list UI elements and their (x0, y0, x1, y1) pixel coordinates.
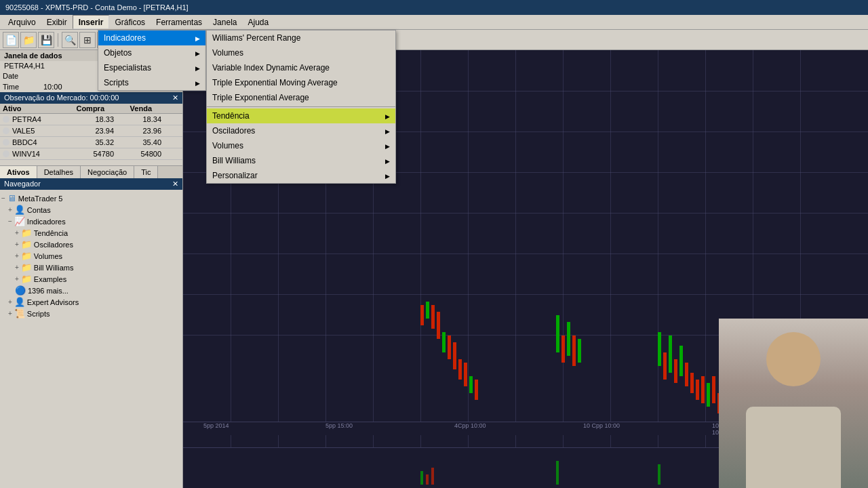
menu-billwilliams-sub[interactable]: Bill Williams (207, 153, 395, 168)
candle-bull-5 (578, 339, 581, 363)
candle-bull-2 (561, 336, 565, 363)
vol-5 (658, 464, 660, 485)
titlebar: 90255068 - XPMT5-PRD - Conta Demo - [PET… (0, 0, 868, 15)
menu-williams-percent[interactable]: Williams' Percent Range (207, 30, 395, 45)
market-row-1[interactable]: VALE5 23.94 23.96 (0, 125, 182, 137)
candle-bull-4 (572, 336, 576, 366)
menu-personalizar[interactable]: Personalizar (207, 168, 395, 183)
nav-tree: − 🖥 MetaTrader 5 + 👤 Contas − 📈 Indicado… (0, 190, 182, 322)
candle-8 (458, 359, 462, 380)
candle-5 (442, 332, 446, 352)
candle-10 (469, 376, 473, 393)
nav-metatrader5[interactable]: − 🖥 MetaTrader 5 (1, 192, 181, 204)
candle-bull-3 (567, 322, 570, 356)
candle-r-1 (658, 332, 661, 366)
arrow-billwilliams (385, 156, 390, 165)
volume-area (183, 447, 719, 488)
candle-3 (431, 305, 435, 329)
vol-4 (556, 461, 559, 485)
toolbar-zoom-in[interactable]: 🔍 (62, 32, 78, 48)
nav-contas[interactable]: + 👤 Contas (1, 204, 181, 216)
vol-2 (426, 474, 429, 485)
menu-indicadores-sub: Williams' Percent Range Volumes Variable… (206, 30, 396, 184)
person-bg (719, 319, 868, 488)
metatrader-icon: 🖥 (7, 193, 16, 203)
time-label-2: 5pp 15:00 (326, 422, 353, 429)
nav-indicadores[interactable]: − 📈 Indicadores (1, 216, 181, 227)
nav-tendencia[interactable]: + 📁 Tendência (1, 227, 181, 239)
person-body (746, 407, 841, 488)
candle-r-6 (685, 363, 688, 386)
market-row-3[interactable]: WINV14 54780 54800 (0, 148, 182, 160)
menu-item-especialistas[interactable]: Especialistas (98, 60, 205, 75)
menu-ferramentas[interactable]: Ferramentas (151, 15, 208, 29)
menu-tema[interactable]: Triple Exponential Moving Average (207, 75, 395, 90)
row-dot-2 (3, 139, 9, 146)
navigator-close[interactable]: ✕ (172, 180, 178, 188)
candle-r-3 (669, 336, 672, 373)
toolbar-new[interactable]: 📄 (3, 32, 19, 48)
menu-graficos[interactable]: Gráficos (109, 15, 151, 29)
menu-tendencia[interactable]: Tendência (207, 108, 395, 123)
time-label-4: 10 Cpp 10:00 (583, 422, 620, 429)
menu-indicadores: Indicadores Objetos Especialistas Script… (98, 30, 206, 91)
candle-bull-1 (556, 315, 559, 352)
menu-item-objetos[interactable]: Objetos (98, 45, 205, 60)
indicadores-nav-icon: 📈 (14, 216, 25, 226)
nav-osciladores[interactable]: + 📁 Osciladores (1, 239, 181, 250)
toolbar-save[interactable]: 💾 (38, 32, 54, 48)
menu-volumes[interactable]: Volumes (207, 45, 395, 60)
menu-inserir[interactable]: Inserir (73, 15, 110, 29)
nav-examples[interactable]: + 📁 Examples (1, 273, 181, 285)
menu-item-indicadores[interactable]: Indicadores (98, 30, 205, 45)
candle-2 (426, 302, 429, 319)
nav-scripts[interactable]: + 📜 Scripts (1, 308, 181, 319)
tab-negociacao[interactable]: Negociação (81, 166, 134, 178)
toolbar-sep1 (58, 33, 58, 47)
menu-exibir[interactable]: Exibir (41, 15, 73, 29)
market-row-0[interactable]: PETRA4 18.33 18.34 (0, 114, 182, 125)
person-head (766, 332, 821, 386)
menu-arquivo[interactable]: Arquivo (3, 15, 41, 29)
arrow-volumes (385, 141, 390, 150)
examples-nav-icon: 📁 (21, 274, 32, 284)
row-dot-0 (3, 116, 9, 123)
nav-billwilliams[interactable]: + 📁 Bill Williams (1, 262, 181, 273)
nav-expert-advisors[interactable]: + 👤 Expert Advisors (1, 296, 181, 308)
billwilliams-nav-icon: 📁 (21, 262, 32, 272)
menu-sep-1 (207, 106, 395, 107)
menu-tea[interactable]: Triple Exponential Average (207, 90, 395, 105)
tab-ativos[interactable]: Ativos (0, 166, 37, 178)
candle-9 (464, 363, 467, 386)
mais-icon: 🔵 (15, 285, 26, 296)
menu-osciladores-sub[interactable]: Osciladores (207, 123, 395, 138)
menu-ajuda[interactable]: Ajuda (242, 15, 274, 29)
person-image (719, 319, 868, 488)
tab-tic[interactable]: Tic (134, 166, 158, 178)
row-dot-3 (3, 150, 9, 157)
navigator: Navegador ✕ − 🖥 MetaTrader 5 + 👤 Contas (0, 178, 182, 488)
toolbar-crosshair[interactable]: ⊞ (79, 32, 96, 48)
tabs-row: Ativos Detalhes Negociação Tic (0, 165, 182, 178)
obs-close[interactable]: ✕ (172, 94, 178, 102)
market-row-2[interactable]: BBDC4 35.32 35.40 (0, 137, 182, 148)
menu-volumes-sub[interactable]: Volumes (207, 138, 395, 153)
vol-3 (431, 468, 434, 485)
candle-11 (475, 380, 478, 400)
tab-detalhes[interactable]: Detalhes (37, 166, 81, 178)
scripts-icon: 📜 (14, 308, 25, 319)
arrow-osciladores (385, 126, 390, 136)
titlebar-text: 90255068 - XPMT5-PRD - Conta Demo - [PET… (5, 3, 189, 12)
nav-volumes[interactable]: + 📁 Volumes (1, 250, 181, 262)
menu-janela[interactable]: Janela (208, 15, 242, 29)
candle-r-9 (701, 376, 705, 403)
arrow-tendencia (385, 111, 390, 121)
nav-mais[interactable]: 🔵 1396 mais... (1, 285, 181, 296)
market-watch-columns: Ativo Compra Venda (0, 104, 182, 114)
toolbar-open[interactable]: 📁 (20, 32, 37, 48)
menu-vida[interactable]: Variable Index Dynamic Average (207, 60, 395, 75)
menu-item-scripts[interactable]: Scripts (98, 75, 205, 90)
arrow-especialistas (195, 63, 200, 73)
candle-4 (437, 312, 440, 339)
candle-r-8 (696, 380, 699, 400)
